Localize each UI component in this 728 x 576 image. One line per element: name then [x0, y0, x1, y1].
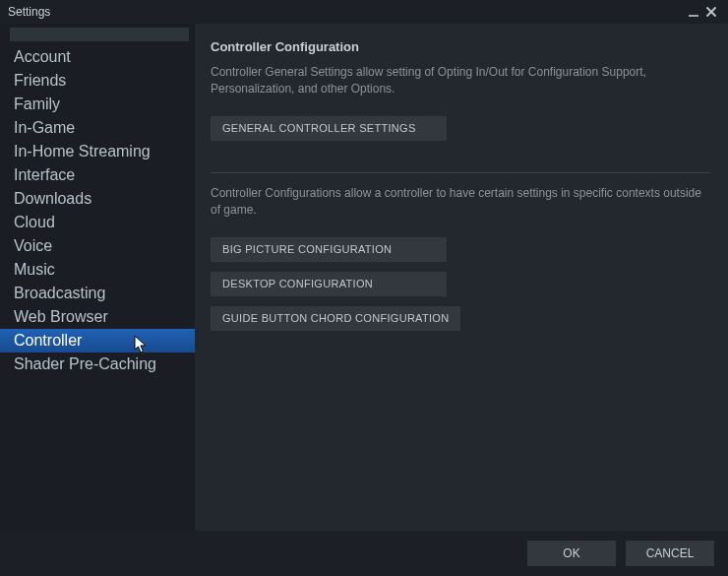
sidebar-item-label: Family — [14, 96, 60, 113]
content-panel: Controller Configuration Controller Gene… — [195, 24, 728, 531]
big-picture-configuration-button[interactable]: BIG PICTURE CONFIGURATION — [211, 237, 447, 262]
ok-button[interactable]: OK — [527, 541, 616, 566]
minimize-button[interactable] — [685, 3, 702, 21]
sidebar-item-label: Cloud — [14, 214, 55, 231]
sidebar-item-controller[interactable]: Controller — [0, 329, 195, 352]
sidebar-item-voice[interactable]: Voice — [0, 234, 195, 258]
sidebar-item-label: Broadcasting — [14, 285, 105, 302]
close-button[interactable] — [702, 3, 720, 21]
sidebar-item-web-browser[interactable]: Web Browser — [0, 305, 195, 329]
sidebar: Account Friends Family In-Game In-Home S… — [0, 24, 195, 531]
cancel-button[interactable]: CANCEL — [626, 541, 714, 566]
sidebar-top-stripe — [10, 28, 189, 41]
sidebar-item-friends[interactable]: Friends — [0, 69, 195, 93]
window-title: Settings — [8, 5, 50, 19]
section-divider — [211, 172, 710, 173]
close-icon — [705, 6, 717, 18]
guide-button-chord-configuration-button[interactable]: GUIDE BUTTON CHORD CONFIGURATION — [211, 306, 460, 331]
sidebar-item-account[interactable]: Account — [0, 45, 195, 69]
sidebar-item-broadcasting[interactable]: Broadcasting — [0, 282, 195, 305]
context-configurations-description: Controller Configurations allow a contro… — [211, 185, 702, 220]
dialog-footer: OK CANCEL — [0, 531, 728, 576]
sidebar-item-cloud[interactable]: Cloud — [0, 211, 195, 234]
sidebar-item-label: Music — [14, 261, 55, 279]
sidebar-item-label: In-Home Streaming — [14, 143, 151, 160]
minimize-icon — [688, 6, 699, 18]
sidebar-item-in-game[interactable]: In-Game — [0, 116, 195, 140]
sidebar-item-label: Interface — [14, 166, 75, 184]
sidebar-item-label: In-Game — [14, 119, 75, 137]
sidebar-item-downloads[interactable]: Downloads — [0, 187, 195, 211]
sidebar-item-label: Voice — [14, 237, 52, 255]
settings-window: Settings Account Friends Family In-Game … — [0, 0, 728, 576]
sidebar-item-music[interactable]: Music — [0, 258, 195, 282]
settings-body: Account Friends Family In-Game In-Home S… — [0, 24, 728, 531]
titlebar: Settings — [0, 0, 728, 24]
sidebar-item-family[interactable]: Family — [0, 93, 195, 116]
general-settings-description: Controller General Settings allow settin… — [211, 64, 702, 98]
sidebar-item-label: Friends — [14, 72, 66, 90]
sidebar-item-label: Downloads — [14, 190, 91, 208]
desktop-configuration-button[interactable]: DESKTOP CONFIGURATION — [211, 272, 447, 296]
general-controller-settings-button[interactable]: GENERAL CONTROLLER SETTINGS — [211, 116, 447, 141]
sidebar-item-interface[interactable]: Interface — [0, 163, 195, 187]
sidebar-item-label: Shader Pre-Caching — [14, 355, 156, 373]
sidebar-item-label: Account — [14, 48, 71, 66]
sidebar-item-in-home-streaming[interactable]: In-Home Streaming — [0, 140, 195, 163]
sidebar-item-label: Web Browser — [14, 308, 108, 326]
sidebar-item-shader-pre-caching[interactable]: Shader Pre-Caching — [0, 352, 195, 376]
content-heading: Controller Configuration — [211, 39, 710, 54]
sidebar-item-label: Controller — [14, 332, 82, 350]
